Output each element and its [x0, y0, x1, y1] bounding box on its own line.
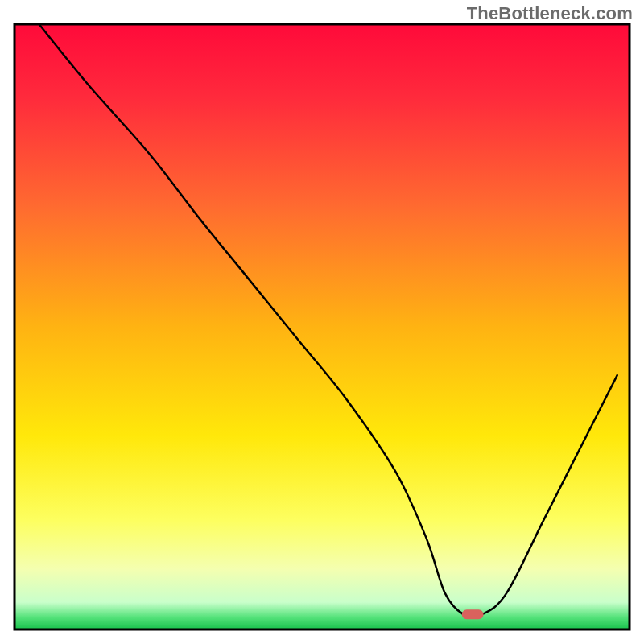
gradient-background	[14, 24, 630, 630]
chart-container: TheBottleneck.com	[0, 0, 644, 644]
watermark-text: TheBottleneck.com	[467, 3, 633, 24]
optimal-marker	[462, 609, 484, 619]
bottleneck-chart	[0, 0, 644, 644]
plot-area	[14, 24, 630, 630]
